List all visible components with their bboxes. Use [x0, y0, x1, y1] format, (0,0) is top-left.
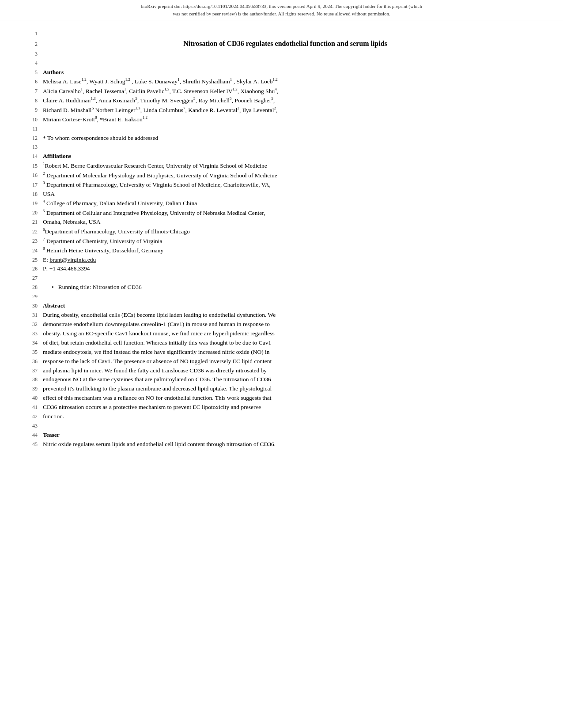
line-number-40: 40 [29, 395, 43, 402]
line-row-25: 25 E: brant@virginia.edu [29, 255, 528, 265]
line-number-24: 24 [29, 248, 43, 254]
line-row-39: 39 prevented it's trafficking to the pla… [29, 384, 528, 394]
line-row-9: 9 Richard D. Minshall6 Norbert Leitnger1… [29, 105, 528, 115]
line-row-20: 20 5 Department of Cellular and Integrat… [29, 208, 528, 218]
running-title: • Running title: Nitrosation of CD36 [43, 283, 528, 292]
line-row-29: 29 [29, 292, 528, 301]
abstract-line-34: of diet, but retain endothelial cell fun… [43, 338, 528, 348]
line-row-40: 40 effect of this mechanism was a relian… [29, 394, 528, 403]
line-number-2: 2 [29, 41, 43, 48]
header-line2: was not certified by peer review) is the… [173, 11, 390, 16]
contact-phone: P: +1 434.466.3394 [43, 264, 528, 274]
line-number-7: 7 [29, 88, 43, 94]
line-row-38: 38 endogenous NO at the same cysteines t… [29, 375, 528, 384]
affiliation-3-cont: USA [43, 190, 528, 199]
affiliation-5: 5 Department of Cellular and Integrative… [43, 208, 528, 218]
line-number-17: 17 [29, 182, 43, 188]
document-title: Nitrosation of CD36 regulates endothelia… [43, 38, 528, 49]
line-row-22: 22 6Department of Pharmacology, Universi… [29, 227, 528, 236]
line-number-16: 16 [29, 172, 43, 179]
abstract-line-35: mediate endocytosis, we find instead the… [43, 348, 528, 357]
line-number-35: 35 [29, 349, 43, 356]
line-number-41: 41 [29, 404, 43, 411]
line-row-43: 43 [29, 421, 528, 431]
affiliation-4: 4 College of Pharmacy, Dalian Medical Un… [43, 199, 528, 208]
abstract-heading: Abstract [43, 301, 528, 311]
line-row-8: 8 Claire A. Ruddiman1,3, Anna Kosmach5, … [29, 96, 528, 105]
line-row-10: 10 Miriam Cortese-Krott8, *Brant E. Isak… [29, 115, 528, 124]
line-number-33: 33 [29, 330, 43, 337]
abstract-line-37: and plasma lipid in mice. We found the f… [43, 366, 528, 375]
line-number-15: 15 [29, 163, 43, 169]
preprint-header: bioRxiv preprint doi: https://doi.org/10… [0, 0, 563, 20]
line-row-42: 42 function. [29, 412, 528, 421]
line-row-15: 15 1Robert M. Berne Cardiovascular Resea… [29, 161, 528, 170]
bullet-point: • [52, 283, 54, 292]
line-number-3: 3 [29, 51, 43, 57]
abstract-line-41: CD36 nitrosation occurs as a protective … [43, 403, 528, 412]
line-number-29: 29 [29, 293, 43, 300]
line-row-33: 33 obesity. Using an EC-specific Cav1 kn… [29, 329, 528, 338]
line-number-9: 9 [29, 107, 43, 113]
abstract-line-38: endogenous NO at the same cysteines that… [43, 375, 528, 384]
authors-line-7: Alicia Carvalho1, Rachel Tessema1, Caitl… [43, 86, 528, 96]
authors-line-9: Richard D. Minshall6 Norbert Leitnger1,3… [43, 105, 528, 115]
line-number-28: 28 [29, 284, 43, 291]
line-number-27: 27 [29, 275, 43, 281]
correspondence-note: * To whom correspondence should be addre… [43, 134, 528, 143]
line-row-14: 14 Affiliations [29, 152, 528, 161]
affiliation-5-cont: Omaha, Nebraska, USA [43, 218, 528, 227]
line-row-44: 44 Teaser [29, 431, 528, 440]
line-number-38: 38 [29, 376, 43, 383]
line-row-18: 18 USA [29, 190, 528, 199]
line-row-36: 36 response to the lack of Cav1. The pre… [29, 357, 528, 366]
line-number-23: 23 [29, 238, 43, 244]
line-row-3: 3 [29, 49, 528, 59]
affiliation-8: 8 Heinrich Heine University, Dusseldorf,… [43, 246, 528, 255]
line-number-13: 13 [29, 144, 43, 150]
authors-line-10: Miriam Cortese-Krott8, *Brant E. Isakson… [43, 115, 528, 124]
line-number-22: 22 [29, 229, 43, 235]
line-number-14: 14 [29, 153, 43, 160]
teaser-heading: Teaser [43, 431, 528, 440]
line-number-25: 25 [29, 257, 43, 263]
line-row-27: 27 [29, 274, 528, 283]
line-row-2: 2 Nitrosation of CD36 regulates endothel… [29, 38, 528, 49]
affiliation-1: 1Robert M. Berne Cardiovascular Research… [43, 161, 528, 170]
line-number-11: 11 [29, 126, 43, 132]
line-row-41: 41 CD36 nitrosation occurs as a protecti… [29, 403, 528, 412]
line-number-1: 1 [29, 30, 43, 37]
line-number-39: 39 [29, 386, 43, 392]
abstract-line-39: prevented it's trafficking to the plasma… [43, 384, 528, 394]
line-row-31: 31 During obesity, endothelial cells (EC… [29, 311, 528, 320]
line-row-23: 23 7 Department of Chemistry, University… [29, 236, 528, 246]
line-number-18: 18 [29, 191, 43, 198]
line-row-35: 35 mediate endocytosis, we find instead … [29, 348, 528, 357]
line-row-5: 5 Authors [29, 68, 528, 77]
line-number-36: 36 [29, 358, 43, 365]
email-link[interactable]: brant@virginia.edu [49, 256, 96, 263]
line-number-43: 43 [29, 423, 43, 429]
line-row-21: 21 Omaha, Nebraska, USA [29, 218, 528, 227]
line-row-13: 13 [29, 143, 528, 152]
authors-line-8: Claire A. Ruddiman1,3, Anna Kosmach5, Ti… [43, 96, 528, 105]
line-number-12: 12 [29, 135, 43, 142]
line-number-30: 30 [29, 303, 43, 309]
abstract-line-42: function. [43, 412, 528, 421]
line-row-32: 32 demonstrate endothelium downregulates… [29, 320, 528, 329]
line-row-7: 7 Alicia Carvalho1, Rachel Tessema1, Cai… [29, 86, 528, 96]
line-row-37: 37 and plasma lipid in mice. We found th… [29, 366, 528, 375]
document-content: 1 2 Nitrosation of CD36 regulates endoth… [0, 20, 563, 467]
line-number-8: 8 [29, 98, 43, 104]
affiliation-3: 3 Department of Pharmacology, University… [43, 180, 528, 189]
line-row-30: 30 Abstract [29, 301, 528, 311]
line-number-42: 42 [29, 413, 43, 420]
line-row-11: 11 [29, 124, 528, 134]
line-number-44: 44 [29, 432, 43, 439]
authors-line-6: Melissa A. Luse1,2, Wyatt J. Schug1,2 , … [43, 77, 528, 86]
abstract-line-33: obesity. Using an EC-specific Cav1 knock… [43, 329, 528, 338]
abstract-line-32: demonstrate endothelium downregulates ca… [43, 320, 528, 329]
running-title-text: Running title: Nitrosation of CD36 [58, 283, 142, 292]
line-number-5: 5 [29, 69, 43, 76]
line-row-34: 34 of diet, but retain endothelial cell … [29, 338, 528, 348]
